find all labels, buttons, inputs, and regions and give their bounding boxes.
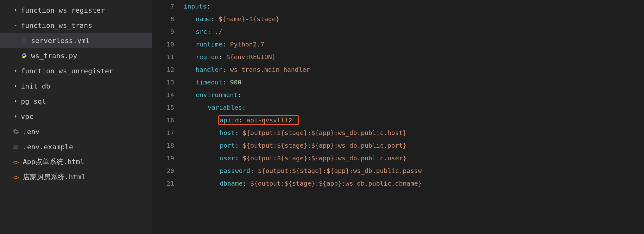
code-token: :	[239, 116, 246, 124]
tree-item-label: vpc	[21, 113, 34, 120]
indent-guide	[208, 164, 220, 177]
chevron-right-icon	[12, 97, 20, 105]
code-token: :	[222, 66, 230, 73]
code-line[interactable]: host: ${output:${stage}:${app}:ws_db.pub…	[184, 126, 644, 139]
tree-item-label: pg sql	[21, 97, 46, 105]
line-number: 8	[152, 13, 174, 25]
indent-guide	[184, 177, 196, 190]
code-token: :	[235, 129, 243, 137]
code-token: :	[211, 15, 218, 23]
code-token: port	[220, 142, 235, 149]
code-token: api-qvsvllf2	[246, 116, 292, 124]
line-number: 19	[152, 152, 174, 164]
code-token: region	[196, 53, 218, 61]
indent-guide	[196, 164, 208, 177]
indent-guide	[208, 114, 220, 126]
code-line[interactable]: region: ${env:REGION}	[184, 51, 644, 63]
code-token: ./	[215, 28, 222, 35]
code-line[interactable]: apiid: api-qvsvllf2	[184, 114, 644, 126]
file-explorer-sidebar[interactable]: function_ws_registerfunction_ws_trans!se…	[0, 0, 152, 234]
file-item[interactable]: <>App点单系统.html	[0, 154, 152, 169]
indent-guide	[208, 139, 220, 152]
code-token: ${output:${stage}:${app}:ws_db.public.db…	[250, 180, 422, 187]
indent-guide	[196, 139, 208, 152]
folder-item[interactable]: function_ws_unregister	[0, 63, 152, 78]
code-line[interactable]: handler: ws_trans.main_handler	[184, 63, 644, 76]
line-number-gutter: 789101112131415161718192021	[152, 0, 184, 234]
chevron-right-icon	[12, 82, 20, 90]
code-token: handler	[196, 66, 222, 73]
indent-guide	[184, 89, 196, 101]
tree-item-label: function_ws_register	[21, 6, 105, 14]
tree-item-label: init_db	[21, 82, 50, 90]
indent-guide	[196, 114, 208, 126]
tree-item-label: serverless.yml	[31, 37, 90, 45]
folder-item[interactable]: pg sql	[0, 94, 152, 109]
file-item[interactable]: <>店家厨房系统.html	[0, 169, 152, 185]
indent-guide	[184, 51, 196, 63]
yaml-file-icon: !	[20, 37, 28, 44]
line-number: 9	[152, 25, 174, 38]
line-number: 13	[152, 76, 174, 89]
file-item[interactable]: .env	[0, 124, 152, 139]
code-line[interactable]: password: ${output:${stage}:${app}:ws_db…	[184, 164, 644, 177]
folder-item[interactable]: init_db	[0, 78, 152, 94]
code-line[interactable]: dbname: ${output:${stage}:${app}:ws_db.p…	[184, 177, 644, 190]
file-item[interactable]: .env.example	[0, 139, 152, 154]
code-token: :	[206, 3, 210, 10]
code-token: apiid	[220, 116, 239, 124]
code-editor[interactable]: 789101112131415161718192021 inputs:name:…	[152, 0, 644, 234]
tree-item-label: ws_trans.py	[31, 52, 77, 60]
indent-guide	[184, 63, 196, 76]
code-line[interactable]: runtime: Python2.7	[184, 38, 644, 51]
code-token: variables	[208, 104, 242, 111]
code-line[interactable]: src: ./	[184, 25, 644, 38]
code-token: ${output:${stage}:${app}:ws_db.public.po…	[243, 142, 407, 149]
code-line[interactable]: environment:	[184, 89, 644, 101]
tree-item-label: .env.example	[23, 143, 73, 151]
code-token: :	[222, 78, 230, 86]
line-number: 11	[152, 51, 174, 63]
line-number: 20	[152, 164, 174, 177]
indent-guide	[208, 152, 220, 164]
code-content[interactable]: inputs:name: ${name}-${stage}src: ./runt…	[184, 0, 644, 234]
indent-guide	[196, 177, 208, 190]
html-file-icon: <>	[12, 158, 20, 166]
chevron-right-icon	[12, 67, 20, 75]
code-token: dbname	[220, 180, 243, 187]
code-token: :	[222, 40, 230, 48]
file-item[interactable]: !serverless.yml	[0, 33, 152, 48]
code-line[interactable]: name: ${name}-${stage}	[184, 13, 644, 25]
code-token: inputs	[184, 3, 206, 10]
code-line[interactable]: inputs:	[184, 0, 644, 13]
code-token: 900	[230, 78, 241, 86]
folder-item[interactable]: function_ws_register	[0, 3, 152, 18]
code-token: Python2.7	[230, 40, 264, 48]
indent-guide	[196, 101, 208, 114]
indent-guide	[184, 126, 196, 139]
code-token: password	[220, 167, 250, 175]
folder-item[interactable]: function_ws_trans	[0, 18, 152, 33]
tree-item-label: App点单系统.html	[23, 157, 84, 167]
code-token: ${output:${stage}:${app}:ws_db.public.ho…	[243, 129, 407, 137]
python-file-icon	[20, 52, 28, 59]
code-token: user	[220, 154, 235, 162]
code-token: :	[218, 53, 226, 61]
code-line[interactable]: user: ${output:${stage}:${app}:ws_db.pub…	[184, 152, 644, 164]
code-line[interactable]: timeout: 900	[184, 76, 644, 89]
file-item[interactable]: ws_trans.py	[0, 48, 152, 63]
tree-item-label: .env	[23, 128, 40, 136]
code-line[interactable]: port: ${output:${stage}:${app}:ws_db.pub…	[184, 139, 644, 152]
code-token: :	[242, 104, 246, 111]
tree-item-label: function_ws_unregister	[21, 67, 113, 75]
indent-guide	[208, 177, 220, 190]
folder-item[interactable]: vpc	[0, 109, 152, 124]
chevron-right-icon	[12, 6, 20, 14]
line-number: 18	[152, 139, 174, 152]
gear-icon	[12, 128, 20, 135]
chevron-down-icon	[12, 22, 20, 29]
line-number: 12	[152, 63, 174, 76]
line-number: 7	[152, 0, 174, 13]
code-line[interactable]: variables:	[184, 101, 644, 114]
chevron-right-icon	[12, 113, 20, 120]
